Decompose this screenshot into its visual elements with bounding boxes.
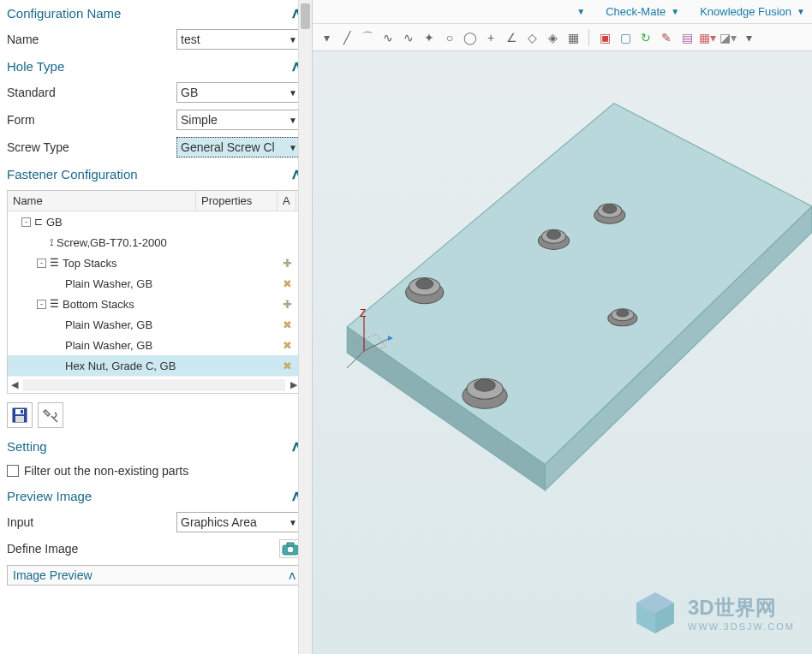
screw-icon: ⟟ (50, 236, 53, 248)
refresh-tool-icon[interactable]: ↻ (637, 29, 654, 46)
tree-label: Screw,GB-T70.1-2000 (57, 236, 167, 249)
filter-checkbox[interactable] (7, 465, 19, 477)
tree-label: Plain Washer, GB (65, 318, 152, 331)
svg-point-18 (546, 230, 560, 239)
section-fastener-config[interactable]: Fastener Configuration ʌ (0, 161, 308, 187)
menu-dropdown[interactable]: ▼ (576, 7, 585, 16)
tools-button[interactable] (38, 402, 63, 428)
brush-tool-icon[interactable]: ✎ (658, 29, 675, 46)
arc-tool-icon[interactable]: ⌒ (359, 29, 376, 46)
svg-point-24 (617, 310, 629, 317)
panel-scrollbar[interactable] (298, 0, 312, 654)
point-tool-icon[interactable]: ✦ (421, 29, 438, 46)
svg-point-5 (287, 546, 294, 553)
image-preview-header[interactable]: Image Preview ʌ (8, 566, 301, 585)
add-icon[interactable]: ✚ (283, 257, 292, 270)
section-setting[interactable]: Setting ʌ (0, 433, 308, 459)
watermark: 3D世界网 WWW.3DSJW.COM (631, 589, 795, 637)
angle-tool-icon[interactable]: ∠ (503, 29, 520, 46)
svg-point-21 (603, 205, 617, 213)
3d-viewport[interactable]: Z 3D世界网 WWW.3DSJW.COM (313, 51, 812, 654)
select-tool-icon[interactable]: ▣ (596, 29, 613, 46)
cube-tool-icon[interactable]: ◈ (544, 29, 561, 46)
scroll-left-icon[interactable]: ◀ (11, 379, 18, 390)
z-axis-label: Z (360, 308, 366, 319)
save-button[interactable] (7, 402, 33, 428)
top-menu-bar: ▼ Check-Mate▼ Knowledge Fusion▼ (313, 0, 812, 24)
tool-icon[interactable]: ✖ (283, 339, 292, 352)
tree-label: Plain Washer, GB (65, 277, 152, 290)
input-source-dropdown[interactable]: Graphics Area▼ (176, 512, 302, 532)
fastener-tree: Name Properties A -⊏GB⟟Screw,GB-T70.1-20… (7, 190, 302, 394)
viewport-panel: ▼ Check-Mate▼ Knowledge Fusion▼ ▾ ╱ ⌒ ∿ … (313, 0, 812, 654)
svg-rect-6 (287, 543, 294, 546)
cross-tool-icon[interactable]: + (482, 29, 499, 46)
tree-toggle[interactable]: - (21, 217, 31, 227)
col-a[interactable]: A (278, 191, 296, 211)
col-properties[interactable]: Properties (196, 191, 278, 211)
menu-check-mate[interactable]: Check-Mate▼ (606, 5, 679, 18)
tree-row[interactable]: Plain Washer, GB✖ (8, 273, 301, 294)
table-tool-icon[interactable]: ▦▾ (699, 29, 716, 46)
watermark-main: 3D世界网 (688, 594, 795, 621)
circle-tool-icon[interactable]: ○ (441, 29, 458, 46)
tree-row[interactable]: ⟟Screw,GB-T70.1-2000 (8, 232, 301, 253)
dropdown-icon[interactable]: ▾ (318, 29, 335, 46)
section-preview-image[interactable]: Preview Image ʌ (0, 483, 308, 508)
tree-row[interactable]: -⊏GB (8, 211, 301, 232)
tree-toggle[interactable]: - (37, 259, 46, 268)
tree-row[interactable]: Hex Nut, Grade C, GB✖ (8, 355, 301, 376)
add-icon[interactable]: ✚ (283, 298, 292, 311)
input-label: Input (7, 515, 176, 529)
tree-row[interactable]: -☰Bottom Stacks✚ (8, 294, 301, 314)
cube-logo-icon (631, 589, 679, 637)
tree-row[interactable]: Plain Washer, GB✖ (8, 335, 301, 355)
section-hole-type[interactable]: Hole Type ʌ (0, 53, 308, 79)
standard-dropdown[interactable]: GB▼ (176, 82, 302, 103)
name-input[interactable]: test▼ (176, 29, 302, 50)
chevron-up-icon: ʌ (289, 568, 296, 582)
section-title: Configuration Name (7, 6, 121, 21)
dropdown-arrow-icon: ▼ (289, 143, 297, 152)
spline-tool-icon[interactable]: ∿ (379, 29, 397, 46)
tree-toggle[interactable]: - (37, 300, 46, 309)
tree-row[interactable]: Plain Washer, GB✖ (8, 314, 301, 335)
screw-type-label: Screw Type (7, 140, 176, 154)
view-tool-icon[interactable]: ▢ (617, 29, 634, 46)
svg-point-12 (416, 279, 433, 289)
box-tool-icon[interactable]: ◇ (523, 29, 540, 46)
tree-row[interactable]: -☰Top Stacks✚ (8, 253, 301, 273)
svg-marker-28 (388, 336, 393, 341)
camera-icon (282, 542, 299, 556)
layers-tool-icon[interactable]: ▤ (678, 29, 696, 46)
svg-rect-2 (15, 416, 24, 422)
dropdown-arrow-icon: ▼ (289, 116, 297, 125)
svg-line-26 (364, 338, 390, 351)
ellipse-tool-icon[interactable]: ◯ (462, 29, 479, 46)
tree-label: Top Stacks (63, 257, 117, 270)
tool-icon[interactable]: ✖ (283, 318, 292, 331)
section-config-name[interactable]: Configuration Name ʌ (0, 0, 308, 26)
form-label: Form (7, 113, 176, 127)
curve-tool-icon[interactable]: ∿ (400, 29, 417, 46)
section-title: Setting (7, 439, 47, 454)
grid-tool-icon[interactable]: ▦ (564, 29, 582, 46)
tool-icon[interactable]: ✖ (283, 277, 292, 290)
svg-point-15 (475, 379, 495, 391)
line-tool-icon[interactable]: ╱ (338, 29, 355, 46)
menu-knowledge-fusion[interactable]: Knowledge Fusion▼ (700, 5, 805, 18)
screw-type-dropdown[interactable]: General Screw Cl▼ (176, 137, 302, 158)
axis-widget: Z (338, 308, 407, 377)
watermark-sub: WWW.3DSJW.COM (688, 621, 795, 632)
tool-icon[interactable]: ✖ (283, 360, 292, 372)
library-tool-icon[interactable]: ◪▾ (719, 29, 737, 46)
scroll-right-icon[interactable]: ▶ (290, 379, 297, 390)
define-image-label: Define Image (7, 542, 279, 556)
floppy-disk-icon (12, 407, 27, 423)
col-name[interactable]: Name (8, 191, 196, 211)
dropdown-arrow-icon: ▼ (289, 518, 297, 527)
tree-horizontal-scroll[interactable]: ◀ ▶ (8, 376, 301, 393)
more-tool-icon[interactable]: ▾ (740, 29, 757, 46)
dropdown-arrow-icon: ▼ (289, 35, 297, 45)
form-dropdown[interactable]: Simple▼ (176, 110, 302, 130)
